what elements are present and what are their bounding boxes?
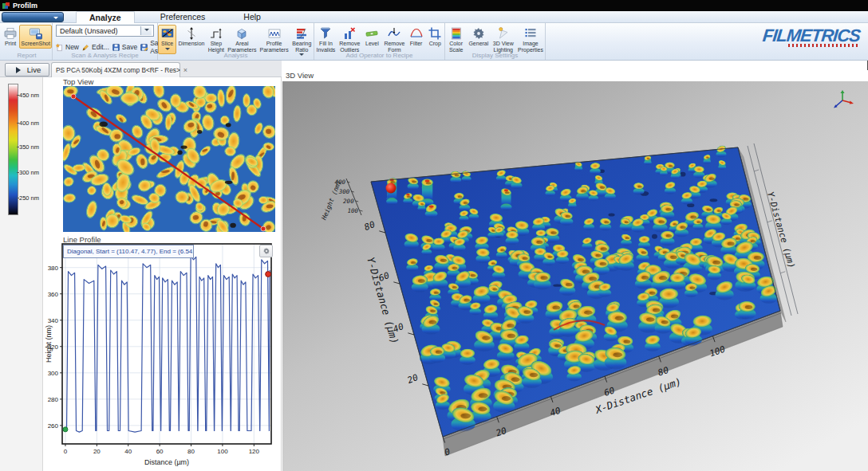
remove-outliers-button[interactable]: Remove Outliers <box>337 25 362 54</box>
tab-strip: Live PS PCA 50Kobj 4XZM comp B<RF - Res>… <box>0 61 282 77</box>
screenshot-icon <box>29 26 43 41</box>
image-properties-button[interactable]: Image Properties <box>516 25 545 54</box>
recipe-combo-dropdown[interactable] <box>140 26 152 35</box>
save-icon <box>112 43 120 52</box>
step-height-label: Step Height <box>207 41 224 53</box>
edit-label: Edit... <box>92 43 109 51</box>
dimension-button[interactable]: Dimension <box>176 25 206 49</box>
svg-text:60: 60 <box>156 448 164 455</box>
filter-icon <box>409 26 424 41</box>
remove-form-button[interactable]: Remove Form <box>382 25 407 54</box>
profilm-window: { "window": {"title": "Profilm"}, "menu"… <box>0 0 868 471</box>
color-scale-panel: 450 nm 400 nm 350 nm 300 nm 250 nm <box>0 77 43 471</box>
svg-text:300: 300 <box>48 370 59 377</box>
slice-start-marker-3d <box>386 183 397 194</box>
slice-label: Slice <box>161 41 173 47</box>
filter-label: Filter <box>410 41 423 47</box>
tab-help[interactable]: Help <box>231 11 274 23</box>
remove-outliers-label: Remove Outliers <box>339 41 361 53</box>
recipe-edit-button[interactable]: Edit... <box>81 43 109 52</box>
window-title: Profilm <box>13 2 37 10</box>
svg-text:100: 100 <box>347 207 358 214</box>
print-button[interactable]: Print <box>2 25 19 49</box>
menu-bar: Analyze Preferences Help <box>0 11 868 23</box>
svg-text:40: 40 <box>124 448 132 455</box>
slice-line-end-handle <box>261 226 266 231</box>
screenshot-label: ScreenShot <box>21 41 50 47</box>
close-icon[interactable]: × <box>183 66 187 74</box>
fill-in-invalids-label: Fill In Invalids <box>316 41 336 53</box>
top-view-title: Top View <box>63 77 93 86</box>
group-analysis: Slice Dimension Step Height <box>158 23 314 60</box>
chevron-down-icon <box>144 29 149 33</box>
printer-icon <box>3 26 18 41</box>
svg-text:100: 100 <box>217 448 228 455</box>
recipe-combobox[interactable]: Default (Unsaved) <box>56 25 154 37</box>
dimension-label: Dimension <box>178 41 204 47</box>
profile-start-marker <box>63 427 68 432</box>
svg-text:380: 380 <box>48 265 59 272</box>
slice-icon <box>160 26 175 41</box>
document-tab[interactable]: PS PCA 50Kobj 4XZM comp B<RF - Res> × <box>51 62 180 77</box>
svg-text:Distance (µm): Distance (µm) <box>144 458 189 466</box>
live-button[interactable]: Live <box>5 63 49 77</box>
crop-button[interactable]: Crop <box>425 25 444 49</box>
new-recipe-icon <box>55 43 64 52</box>
lamp-icon <box>496 26 511 41</box>
tab-preferences[interactable]: Preferences <box>148 11 219 23</box>
areal-parameters-button[interactable]: Areal Parameters <box>226 25 258 54</box>
application-menu-button[interactable] <box>2 12 64 22</box>
slice-button[interactable]: Slice <box>158 25 176 54</box>
view-3d-canvas[interactable]: 020406080100X-Distance (µm)20406080Y-Dis… <box>282 81 868 471</box>
line-profile-chart[interactable]: 020406080100120260280300320340360380Dist… <box>45 242 281 471</box>
live-label: Live <box>27 65 41 74</box>
top-view-image[interactable] <box>63 86 275 232</box>
ribbon: Print ScreenShot Report Default (Unsaved… <box>0 23 868 61</box>
svg-text:280: 280 <box>48 396 59 403</box>
svg-text:360: 360 <box>48 291 59 298</box>
slice-line-start-handle <box>71 94 76 99</box>
crop-label: Crop <box>429 41 441 47</box>
print-label: Print <box>5 41 16 47</box>
remove-outliers-icon <box>342 26 357 41</box>
group-add-operator: Fill In Invalids Remove Outliers Level R… <box>314 23 445 60</box>
svg-text:120: 120 <box>249 448 260 455</box>
remove-form-label: Remove Form <box>384 41 405 53</box>
3d-view-lighting-button[interactable]: 3D View Lighting <box>490 25 516 54</box>
title-bar: Profilm <box>0 0 868 11</box>
filter-button[interactable]: Filter <box>407 25 426 49</box>
line-profile-annotation: Diagonal, Start = (110.47, 4.77), End = … <box>63 245 194 258</box>
level-button[interactable]: Level <box>362 25 382 49</box>
general-button[interactable]: General <box>467 25 490 49</box>
general-label: General <box>468 41 488 47</box>
svg-text:80: 80 <box>187 448 195 455</box>
svg-text:Height (nm): Height (nm) <box>45 325 53 363</box>
profile-parameters-button[interactable]: Profile Parameters <box>258 25 290 54</box>
view-3d-title: 3D View <box>286 71 314 80</box>
chevron-down-icon <box>53 17 58 22</box>
step-height-button[interactable]: Step Height <box>206 25 226 54</box>
recipe-combo-value: Default (Unsaved) <box>60 27 118 35</box>
color-scale-bar <box>8 84 18 215</box>
recipe-new-button[interactable]: New <box>55 43 79 52</box>
chart-settings-button[interactable] <box>259 245 273 257</box>
color-scale-label: 350 nm <box>19 143 39 151</box>
svg-text:200: 200 <box>343 198 354 205</box>
remove-form-icon <box>387 26 401 41</box>
edit-pencil-icon <box>81 43 90 52</box>
group-caption-report: Report <box>2 52 52 59</box>
group-display-settings: Color Scale General 3D View Lighting <box>445 23 546 60</box>
profile-axes: 020406080100120260280300320340360380Dist… <box>45 265 260 466</box>
panel-divider <box>281 77 282 471</box>
group-caption-analysis: Analysis <box>158 52 314 59</box>
gear-icon <box>471 26 486 41</box>
profile-trace <box>63 256 270 432</box>
screenshot-button[interactable]: ScreenShot <box>19 25 52 49</box>
color-scale-button[interactable]: Color Scale <box>445 25 467 54</box>
fill-in-invalids-icon <box>318 26 333 41</box>
recipe-save-button[interactable]: Save <box>112 43 137 52</box>
tab-analyze[interactable]: Analyze <box>76 11 135 23</box>
view-3d-panel: 3D View 020406080100X-Distance (µm)20406… <box>282 70 868 471</box>
color-scale-label: 300 nm <box>19 169 39 176</box>
fill-in-invalids-button[interactable]: Fill In Invalids <box>314 25 337 54</box>
